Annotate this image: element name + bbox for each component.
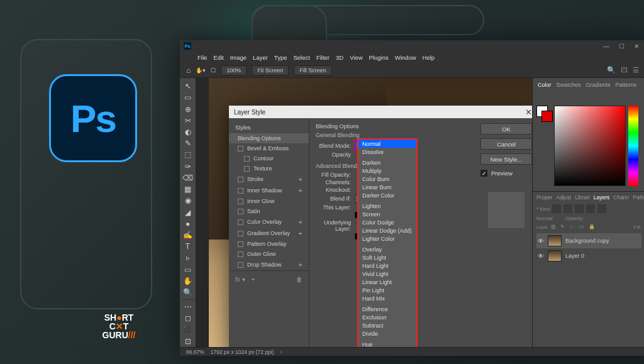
cancel-button[interactable]: Cancel bbox=[480, 138, 532, 150]
workspace-icon[interactable]: ☰ bbox=[633, 66, 639, 74]
tab-swatches[interactable]: Swatches bbox=[557, 82, 581, 88]
tab-paths[interactable]: Paths bbox=[633, 194, 644, 201]
style-checkbox[interactable] bbox=[238, 199, 243, 204]
tool-clone[interactable]: ⌫ bbox=[181, 172, 195, 184]
tool-eyedropper[interactable]: ✎ bbox=[181, 138, 195, 149]
blend-option-lighter-color[interactable]: Lighter Color bbox=[358, 234, 416, 243]
blend-option-linear-burn[interactable]: Linear Burn bbox=[358, 183, 416, 191]
new-style-button[interactable]: New Style... bbox=[480, 153, 532, 165]
lock-icon[interactable]: 🔒 bbox=[589, 224, 596, 231]
menu-edit[interactable]: Edit bbox=[213, 54, 223, 61]
tool-foreground[interactable]: ◻ bbox=[181, 312, 195, 324]
tool-marquee[interactable]: ▭ bbox=[181, 92, 195, 103]
tool-move[interactable]: ↖ bbox=[181, 80, 195, 92]
scroll-windows-icon[interactable]: ☐ bbox=[211, 67, 216, 74]
blend-option-darker-color[interactable]: Darker Color bbox=[358, 191, 416, 199]
tab-layers[interactable]: Layers bbox=[594, 194, 610, 201]
blend-option-divide[interactable]: Divide bbox=[358, 329, 416, 338]
menu-select[interactable]: Select bbox=[293, 54, 309, 61]
tool-path[interactable]: ▹ bbox=[181, 252, 195, 263]
style-checkbox[interactable] bbox=[238, 219, 243, 225]
blend-option-overlay[interactable]: Overlay bbox=[358, 245, 416, 253]
blend-option-hard-mix[interactable]: Hard Mix bbox=[358, 294, 416, 302]
menu-window[interactable]: Window bbox=[395, 54, 416, 61]
style-checkbox[interactable] bbox=[238, 188, 243, 194]
zoom-input[interactable]: 100% bbox=[221, 65, 247, 75]
visibility-icon[interactable]: 👁 bbox=[538, 253, 544, 260]
menu-filter[interactable]: Filter bbox=[316, 54, 330, 61]
fx-trash-icon[interactable]: 🗑 bbox=[296, 276, 303, 283]
search-icon[interactable]: 🔍 bbox=[607, 66, 616, 74]
blend-option-lighten[interactable]: Lighten bbox=[358, 202, 416, 210]
tool-frame[interactable]: ◐ bbox=[181, 126, 195, 138]
tab-patterns[interactable]: Patterns bbox=[616, 82, 637, 88]
layer-blend-select[interactable]: Normal bbox=[536, 216, 553, 221]
style-row-pattern-overlay[interactable]: Pattern Overlay bbox=[229, 239, 309, 249]
home-icon[interactable]: ⌂ bbox=[186, 66, 191, 75]
dialog-titlebar[interactable]: Layer Style ✕ bbox=[229, 106, 532, 118]
tool-eraser[interactable]: ◉ bbox=[181, 195, 195, 206]
blend-option-multiply[interactable]: Multiply bbox=[358, 167, 416, 175]
tab-color[interactable]: Color bbox=[538, 82, 552, 88]
style-checkbox[interactable] bbox=[238, 177, 243, 182]
menu-type[interactable]: Type bbox=[274, 54, 287, 61]
share-icon[interactable]: ⮹ bbox=[621, 66, 628, 74]
filter-shape-icon[interactable] bbox=[586, 204, 595, 213]
style-row-texture[interactable]: Texture bbox=[229, 163, 309, 174]
hand-tool-icon[interactable]: ✋▾ bbox=[196, 67, 206, 74]
layer-name[interactable]: Layer 0 bbox=[565, 253, 584, 259]
style-row-color-overlay[interactable]: Color Overlay+ bbox=[229, 216, 309, 228]
tab-gradients[interactable]: Gradients bbox=[586, 82, 611, 88]
hue-slider[interactable] bbox=[628, 106, 638, 186]
lock-all-icon[interactable]: ▨ bbox=[551, 224, 558, 231]
dialog-close-icon[interactable]: ✕ bbox=[525, 108, 532, 117]
blend-option-darken[interactable]: Darken bbox=[358, 158, 416, 167]
style-row-blending-options[interactable]: Blending Options bbox=[229, 133, 309, 143]
tool-history[interactable]: ▦ bbox=[181, 184, 195, 195]
blend-option-hue[interactable]: Hue bbox=[358, 340, 416, 347]
tab-adjustments[interactable]: Adjust bbox=[557, 194, 572, 201]
menu-3d[interactable]: 3D bbox=[336, 54, 343, 61]
style-checkbox[interactable] bbox=[244, 156, 250, 162]
tab-channels[interactable]: Chann bbox=[613, 194, 629, 201]
tool-brush[interactable]: ✑ bbox=[181, 161, 195, 172]
tool-crop[interactable]: ✂ bbox=[181, 115, 195, 126]
blend-option-exclusion[interactable]: Exclusion bbox=[358, 313, 416, 321]
tool-heal[interactable]: ⬚ bbox=[181, 149, 195, 160]
menu-view[interactable]: View bbox=[350, 54, 362, 61]
layer-thumb[interactable] bbox=[548, 250, 562, 262]
ok-button[interactable]: OK bbox=[480, 123, 532, 135]
color-picker[interactable] bbox=[533, 91, 644, 191]
add-effect-icon[interactable]: + bbox=[299, 218, 303, 226]
lock-pixels-icon[interactable]: ✎ bbox=[560, 224, 567, 231]
style-checkbox[interactable] bbox=[238, 146, 243, 152]
background-swatch[interactable] bbox=[541, 111, 553, 122]
blend-option-difference[interactable]: Difference bbox=[358, 305, 416, 313]
layer-row[interactable]: 👁 Background copy bbox=[536, 233, 641, 248]
style-row-outer-glow[interactable]: Outer Glow bbox=[229, 249, 309, 259]
menu-image[interactable]: Image bbox=[230, 54, 247, 61]
tool-background[interactable]: ⬛ bbox=[181, 324, 195, 336]
blend-option-hard-light[interactable]: Hard Light bbox=[358, 262, 416, 270]
style-row-contour[interactable]: Contour bbox=[229, 153, 309, 163]
blend-option-soft-light[interactable]: Soft Light bbox=[358, 253, 416, 262]
style-row-gradient-overlay[interactable]: Gradient Overlay+ bbox=[229, 228, 309, 239]
tool-shape[interactable]: ▭ bbox=[181, 264, 195, 275]
tab-properties[interactable]: Proper bbox=[536, 194, 553, 201]
preview-checkbox[interactable]: ✓ bbox=[480, 170, 487, 177]
filter-adjust-icon[interactable] bbox=[564, 204, 572, 213]
menu-file[interactable]: File bbox=[197, 54, 207, 61]
canvas-area[interactable]: Blending M... Layer Style ✕ Styles Blend… bbox=[196, 78, 532, 347]
minimize-button[interactable]: — bbox=[600, 43, 613, 50]
close-button[interactable]: ✕ bbox=[630, 43, 643, 50]
add-effect-icon[interactable]: + bbox=[299, 187, 303, 194]
tab-libraries[interactable]: Librari bbox=[575, 194, 590, 201]
styles-header[interactable]: Styles bbox=[229, 122, 309, 133]
filter-type-icon[interactable] bbox=[575, 204, 584, 213]
menu-help[interactable]: Help bbox=[423, 54, 435, 61]
filter-pixel-icon[interactable] bbox=[552, 204, 561, 213]
style-checkbox[interactable] bbox=[238, 262, 243, 268]
style-row-inner-shadow[interactable]: Inner Shadow+ bbox=[229, 185, 309, 196]
blend-option-linear-light[interactable]: Linear Light bbox=[358, 278, 416, 286]
add-effect-icon[interactable]: + bbox=[299, 229, 303, 237]
